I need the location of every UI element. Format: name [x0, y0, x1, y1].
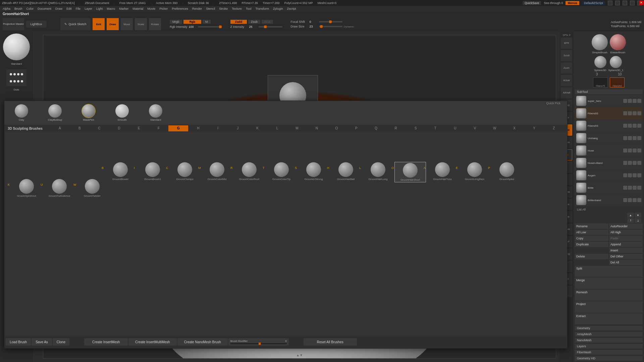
brush-groomtwister[interactable]: WGroomTwister: [77, 179, 108, 197]
brush-groomblower[interactable]: BGroomBlower: [105, 162, 136, 181]
subtool-row[interactable]: Augen: [575, 169, 643, 181]
filter-letter-p[interactable]: P: [346, 125, 366, 131]
menu-light[interactable]: Light: [96, 7, 103, 10]
paint-icon[interactable]: [628, 186, 632, 190]
z-intensity-slider[interactable]: [259, 26, 282, 27]
menus-toggle[interactable]: Menus: [566, 1, 579, 5]
paint-icon[interactable]: [628, 198, 632, 202]
visibility-icon[interactable]: [623, 136, 627, 140]
brush-modifier-slider[interactable]: Brush Modifier0: [228, 338, 289, 346]
quickpick-maskpen[interactable]: MaskPen: [77, 104, 100, 121]
mask-icon[interactable]: [637, 148, 641, 153]
geometry-hd-header[interactable]: Geometry HD: [575, 356, 643, 361]
brush-groomclumps[interactable]: CGroomClumps: [169, 162, 200, 181]
filter-letter-v[interactable]: V: [465, 125, 485, 131]
window-icon[interactable]: [630, 1, 635, 5]
create-nanomesh-brush-button[interactable]: Create NanoMesh Brush: [177, 338, 228, 346]
window-icon[interactable]: [623, 1, 627, 5]
filter-letter-z[interactable]: Z: [544, 125, 564, 131]
zadd-button[interactable]: Zadd: [230, 20, 247, 24]
menu-alpha[interactable]: Alpha: [3, 7, 10, 10]
menu-brush[interactable]: Brush: [14, 7, 22, 10]
brush-groomspike[interactable]: PGroomSpike: [491, 162, 522, 181]
visibility-icon[interactable]: [623, 99, 627, 103]
menu-draw[interactable]: Draw: [55, 7, 62, 10]
filter-letter-l[interactable]: L: [267, 125, 287, 131]
mask-icon[interactable]: [637, 161, 641, 165]
paint-icon[interactable]: [628, 148, 632, 153]
eye-icon[interactable]: [633, 186, 637, 190]
visibility-icon[interactable]: [623, 148, 627, 153]
quickpick-smooth[interactable]: Smooth: [110, 104, 134, 121]
create-insertmesh-button[interactable]: Create InsertMesh: [84, 338, 128, 346]
filter-letter-g[interactable]: G: [168, 125, 188, 131]
filter-letter-o[interactable]: O: [327, 125, 346, 131]
filter-letter-r[interactable]: R: [386, 125, 406, 131]
subtool-row[interactable]: Fibers53: [575, 120, 643, 132]
load-brush-button[interactable]: Load Brush: [6, 338, 31, 346]
paint-icon[interactable]: [628, 124, 632, 128]
brush-groomturbulence[interactable]: UGroomTurbulence: [44, 179, 75, 197]
filter-letter-i[interactable]: I: [208, 125, 228, 131]
menu-layer[interactable]: Layer: [85, 7, 92, 10]
subtool-row[interactable]: Hosen-Band: [575, 157, 643, 169]
filter-letter-e[interactable]: E: [129, 125, 149, 131]
geometry-header[interactable]: Geometry: [575, 326, 643, 330]
see-through[interactable]: See-through 0: [544, 1, 563, 5]
menu-macro[interactable]: Macro: [107, 7, 115, 10]
filter-letter-d[interactable]: D: [109, 125, 129, 131]
subtool-row[interactable]: Hose: [575, 144, 643, 157]
actual-button[interactable]: Actual: [561, 75, 572, 86]
filter-letter-w[interactable]: W: [485, 125, 504, 131]
paint-icon[interactable]: [628, 111, 632, 115]
extract-button[interactable]: Extract: [575, 313, 643, 324]
paint-icon[interactable]: [628, 161, 632, 165]
mask-icon[interactable]: [637, 124, 641, 128]
edit-mode-button[interactable]: Edit: [93, 18, 105, 30]
save-as-button[interactable]: Save As: [32, 338, 52, 346]
lightbox-button[interactable]: LightBox: [26, 21, 46, 27]
projection-master-button[interactable]: Projection Master: [3, 18, 24, 30]
filter-letter-u[interactable]: U: [445, 125, 465, 131]
eye-icon[interactable]: [633, 111, 637, 115]
canvas-resize-handle[interactable]: ▲▼: [296, 353, 303, 357]
default-zscript[interactable]: DefaultZScript: [582, 1, 605, 5]
tool-thumb-fibers75[interactable]: Fibers75: [593, 77, 608, 87]
menu-zscript[interactable]: Zscript: [287, 7, 296, 10]
filter-letter-n[interactable]: N: [307, 125, 327, 131]
create-insertmultimesh-button[interactable]: Create InsertMultiMesh: [128, 338, 176, 346]
visibility-icon[interactable]: [623, 124, 627, 128]
split-button[interactable]: Split: [575, 266, 643, 277]
paint-icon[interactable]: [628, 99, 632, 103]
close-icon[interactable]: ✕: [639, 0, 644, 5]
brush-groomhairlong[interactable]: LGroomHairLong: [363, 162, 393, 181]
menu-transform[interactable]: Transform: [255, 7, 269, 10]
filter-letter-c[interactable]: C: [90, 125, 109, 131]
menu-movie[interactable]: Movie: [147, 7, 155, 10]
list-all-button[interactable]: List All: [575, 207, 643, 212]
window-icon[interactable]: [608, 1, 612, 5]
m-button[interactable]: M: [203, 20, 211, 24]
aahalf-button[interactable]: AAHalf: [561, 87, 572, 99]
quickpick-claybuildup[interactable]: ClayBuildup: [43, 104, 67, 121]
dynamic-label[interactable]: Dynamic: [344, 25, 354, 28]
rgb-intensity-slider[interactable]: [198, 26, 222, 27]
insert-button[interactable]: Insert: [609, 248, 643, 253]
subtool-row[interactable]: Brillenband: [575, 194, 643, 206]
subtool-row[interactable]: Brille: [575, 182, 643, 194]
arrow-up-button[interactable]: ▲: [627, 213, 634, 218]
menu-tool[interactable]: Tool: [246, 7, 252, 10]
paste-button[interactable]: Paste: [609, 236, 643, 241]
eraserbrush-icon[interactable]: [610, 34, 626, 50]
paint-icon[interactable]: [628, 173, 632, 177]
all-high-button[interactable]: All High: [609, 230, 643, 235]
autoreorder-button[interactable]: AutoReorder: [609, 224, 643, 229]
del-other-button[interactable]: Del Other: [609, 254, 643, 259]
remesh-button[interactable]: Remesh: [575, 290, 643, 301]
brush-groomcolormid[interactable]: MGroomColorMid: [202, 162, 232, 181]
eye-icon[interactable]: [633, 198, 637, 202]
visibility-icon[interactable]: [623, 111, 627, 115]
project-button[interactable]: Project: [575, 301, 643, 312]
brush-groomspinknot[interactable]: KGroomSpinKnot: [11, 179, 42, 197]
quickpick-clay[interactable]: Clay: [10, 104, 33, 121]
